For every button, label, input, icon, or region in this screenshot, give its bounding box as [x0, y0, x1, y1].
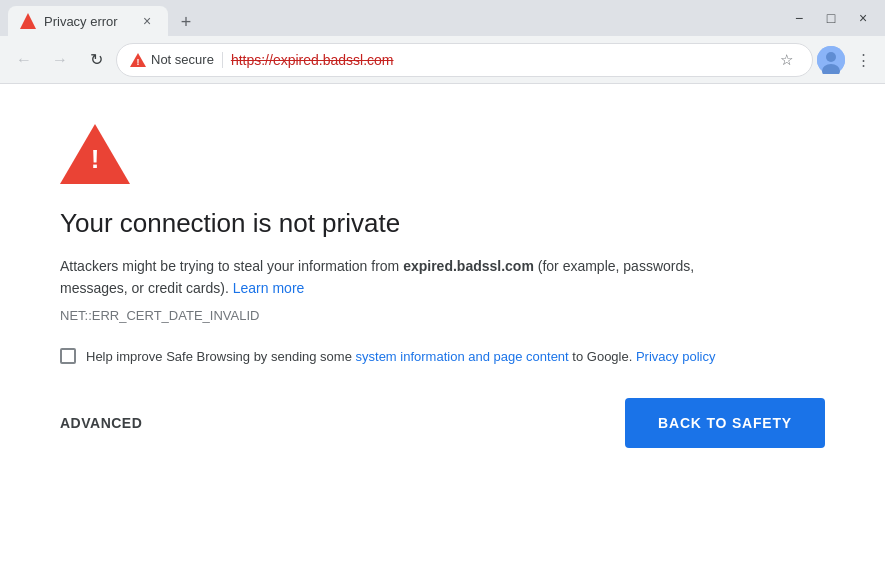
tab-title: Privacy error: [44, 14, 130, 29]
svg-point-3: [826, 52, 836, 62]
reload-button[interactable]: ↻: [80, 44, 112, 76]
maximize-button[interactable]: □: [817, 4, 845, 32]
tab-area: Privacy error × +: [8, 0, 785, 36]
back-to-safety-button[interactable]: BACK TO SAFETY: [625, 398, 825, 448]
close-window-button[interactable]: ×: [849, 4, 877, 32]
safe-browsing-after: to Google.: [569, 349, 636, 364]
tab-close-button[interactable]: ×: [138, 12, 156, 30]
warning-triangle-icon: [60, 124, 130, 184]
error-desc-before: Attackers might be trying to steal your …: [60, 258, 403, 274]
forward-button[interactable]: →: [44, 44, 76, 76]
browser-tab[interactable]: Privacy error ×: [8, 6, 168, 36]
svg-text:!: !: [137, 57, 140, 67]
actions-row: ADVANCED BACK TO SAFETY: [60, 398, 825, 448]
safe-browsing-row: Help improve Safe Browsing by sending so…: [60, 347, 760, 367]
avatar-image: [817, 46, 845, 74]
window-controls: − □ ×: [785, 4, 877, 32]
error-description: Attackers might be trying to steal your …: [60, 255, 760, 300]
not-secure-badge: ! Not secure: [129, 52, 223, 68]
learn-more-link[interactable]: Learn more: [233, 280, 305, 296]
advanced-button[interactable]: ADVANCED: [60, 407, 142, 439]
profile-avatar[interactable]: [817, 46, 845, 74]
error-code: NET::ERR_CERT_DATE_INVALID: [60, 308, 825, 323]
minimize-button[interactable]: −: [785, 4, 813, 32]
omnibox[interactable]: ! Not secure https://expired.badssl.com …: [116, 43, 813, 77]
not-secure-label: Not secure: [151, 52, 214, 67]
safe-browsing-text: Help improve Safe Browsing by sending so…: [86, 347, 715, 367]
bookmark-button[interactable]: ☆: [772, 46, 800, 74]
error-domain: expired.badssl.com: [403, 258, 534, 274]
privacy-policy-link[interactable]: Privacy policy: [636, 349, 715, 364]
new-tab-button[interactable]: +: [172, 8, 200, 36]
chrome-menu-button[interactable]: ⋮: [849, 46, 877, 74]
warning-icon: !: [129, 52, 147, 68]
url-display: https://expired.badssl.com: [231, 52, 764, 68]
safe-browsing-checkbox[interactable]: [60, 348, 76, 364]
safe-browsing-before: Help improve Safe Browsing by sending so…: [86, 349, 356, 364]
error-icon: [60, 124, 825, 188]
title-bar: Privacy error × + − □ ×: [0, 0, 885, 36]
omnibox-actions: ☆: [772, 46, 800, 74]
address-bar: ← → ↻ ! Not secure https://expired.badss…: [0, 36, 885, 84]
system-info-link[interactable]: system information and page content: [356, 349, 569, 364]
tab-favicon: [20, 13, 36, 29]
error-title: Your connection is not private: [60, 208, 825, 239]
error-page: Your connection is not private Attackers…: [0, 84, 885, 586]
back-button[interactable]: ←: [8, 44, 40, 76]
